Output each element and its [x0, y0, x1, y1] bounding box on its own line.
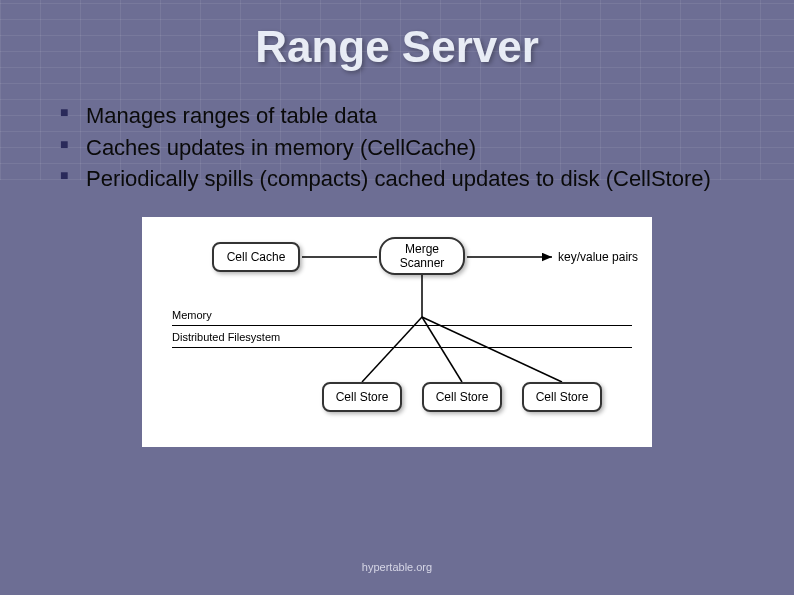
bullet-item: Periodically spills (compacts) cached up…: [60, 165, 744, 193]
cell-store-box: Cell Store: [422, 382, 502, 412]
cell-store-box: Cell Store: [322, 382, 402, 412]
fs-divider: [172, 347, 632, 348]
merge-scanner-box: Merge Scanner: [379, 237, 465, 275]
bullet-list: Manages ranges of table data Caches upda…: [60, 102, 744, 193]
bullet-item: Caches updates in memory (CellCache): [60, 134, 744, 162]
footer-text: hypertable.org: [0, 561, 794, 573]
cell-store-box: Cell Store: [522, 382, 602, 412]
svg-line-4: [422, 317, 462, 382]
output-label: key/value pairs: [558, 250, 638, 264]
cell-cache-box: Cell Cache: [212, 242, 300, 272]
architecture-diagram: Cell Cache Merge Scanner key/value pairs…: [142, 217, 652, 447]
slide-title: Range Server: [0, 0, 794, 72]
svg-line-3: [362, 317, 422, 382]
svg-line-5: [422, 317, 562, 382]
memory-divider: [172, 325, 632, 326]
bullet-item: Manages ranges of table data: [60, 102, 744, 130]
memory-label: Memory: [172, 309, 212, 321]
fs-label: Distributed Filesystem: [172, 331, 280, 343]
